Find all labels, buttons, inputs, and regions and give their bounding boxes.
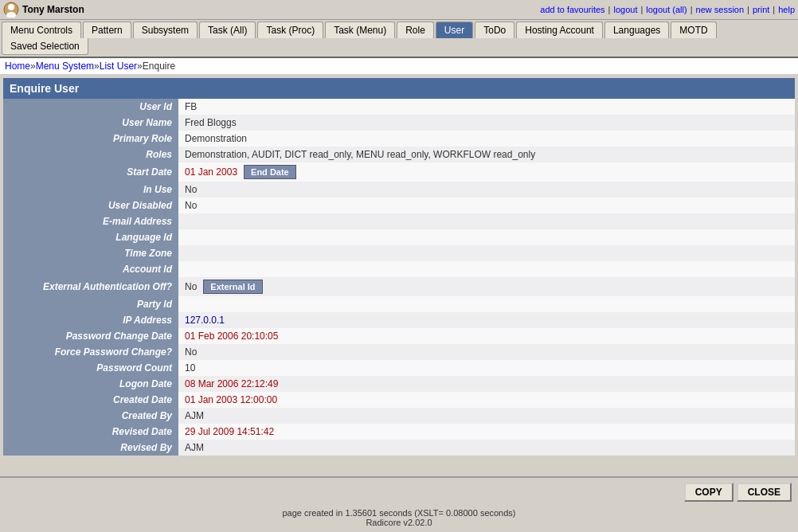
status-bar: page created in 1.35601 seconds (XSLT= 0… — [3, 507, 795, 522]
field-label: Language Id — [3, 229, 178, 245]
field-value — [178, 261, 795, 277]
form-row: Start Date01 Jan 2003End Date — [3, 162, 795, 182]
form-row: Party Id — [3, 296, 795, 312]
breadcrumb-item-2[interactable]: List User — [100, 61, 137, 72]
field-value: 08 Mar 2006 22:12:49 — [178, 376, 795, 392]
top-bar-left: Tony Marston — [3, 2, 84, 18]
field-value: 127.0.0.1 — [178, 312, 795, 328]
tab-role[interactable]: Role — [397, 22, 434, 38]
logout-all-link[interactable]: logout (all) — [646, 5, 687, 14]
form-row: User DisabledNo — [3, 198, 795, 213]
tab-pattern[interactable]: Pattern — [83, 22, 131, 38]
breadcrumb-item-0[interactable]: Home — [5, 61, 30, 72]
field-label: Roles — [3, 147, 178, 162]
field-label: E-mail Address — [3, 213, 178, 229]
logout-link[interactable]: logout — [613, 5, 637, 14]
form-row: External Authentication Off?NoExternal I… — [3, 277, 795, 296]
breadcrumb-item-1[interactable]: Menu System — [36, 61, 94, 72]
form-row: In UseNo — [3, 182, 795, 198]
tab2-saved-selection[interactable]: Saved Selection — [2, 38, 88, 55]
field-label: Password Count — [3, 360, 178, 376]
field-label: Created By — [3, 408, 178, 424]
top-bar-right: add to favourites | logout | logout (all… — [540, 5, 795, 14]
field-value — [178, 213, 795, 229]
svg-point-1 — [8, 4, 14, 10]
top-bar: Tony Marston add to favourites | logout … — [0, 0, 798, 20]
field-label: Created Date — [3, 392, 178, 408]
tab-task-all[interactable]: Task (All) — [199, 22, 256, 38]
field-label: Time Zone — [3, 245, 178, 261]
field-value — [178, 229, 795, 245]
copy-button[interactable]: COPY — [684, 483, 733, 502]
tab-motd[interactable]: MOTD — [671, 22, 716, 38]
help-link[interactable]: help — [778, 5, 795, 14]
field-value: No — [178, 182, 795, 198]
form-row: Revised Date29 Jul 2009 14:51:42 — [3, 424, 795, 440]
form-row: RolesDemonstration, AUDIT, DICT read_onl… — [3, 147, 795, 162]
bottom-bar: COPY CLOSE page created in 1.35601 secon… — [0, 476, 798, 522]
tab-task-proc[interactable]: Task (Proc) — [257, 22, 323, 38]
field-value: Demonstration, AUDIT, DICT read_only, ME… — [178, 147, 795, 162]
field-value: 01 Jan 2003End Date — [178, 162, 795, 182]
field-value: Fred Bloggs — [178, 115, 795, 131]
field-value: No — [178, 198, 795, 213]
field-label: User Name — [3, 115, 178, 131]
field-label: Revised Date — [3, 424, 178, 440]
nav-tabs-row1: Menu ControlsPatternSubsystemTask (All)T… — [0, 20, 798, 38]
field-label: Revised By — [3, 440, 178, 456]
field-label: Account Id — [3, 261, 178, 277]
field-value: 01 Jan 2003 12:00:00 — [178, 392, 795, 408]
form-row: Language Id — [3, 229, 795, 245]
field-value: 10 — [178, 360, 795, 376]
print-link[interactable]: print — [753, 5, 769, 14]
form-row: User NameFred Bloggs — [3, 115, 795, 131]
field-label: User Id — [3, 99, 178, 115]
breadcrumb-current: Enquire — [143, 61, 175, 72]
tab-task-menu[interactable]: Task (Menu) — [325, 22, 395, 38]
tab-languages[interactable]: Languages — [604, 22, 669, 38]
field-label: User Disabled — [3, 198, 178, 213]
tab-hosting-account[interactable]: Hosting Account — [516, 22, 603, 38]
form-table: User IdFBUser NameFred BloggsPrimary Rol… — [3, 99, 795, 456]
tab-user[interactable]: User — [436, 22, 473, 38]
username: Tony Marston — [22, 4, 84, 15]
field-label: In Use — [3, 182, 178, 198]
bottom-buttons: COPY CLOSE — [3, 481, 795, 503]
form-row: Primary RoleDemonstration — [3, 131, 795, 147]
tab-menu-controls[interactable]: Menu Controls — [2, 22, 81, 38]
form-row: Time Zone — [3, 245, 795, 261]
form-row: Account Id — [3, 261, 795, 277]
field-value: FB — [178, 99, 795, 115]
field-label: Password Change Date — [3, 328, 178, 344]
form-row: IP Address127.0.0.1 — [3, 312, 795, 328]
field-label: Logon Date — [3, 376, 178, 392]
form-row: Password Count10 — [3, 360, 795, 376]
user-icon — [3, 2, 19, 18]
form-row: User IdFB — [3, 99, 795, 115]
status-line1: page created in 1.35601 seconds (XSLT= 0… — [5, 508, 793, 518]
section-header: Enquire User — [3, 78, 795, 99]
field-label: IP Address — [3, 312, 178, 328]
form-row: Created Date01 Jan 2003 12:00:00 — [3, 392, 795, 408]
field-value: AJM — [178, 408, 795, 424]
field-value: NoExternal Id — [178, 277, 795, 296]
field-value: 29 Jul 2009 14:51:42 — [178, 424, 795, 440]
field-value — [178, 296, 795, 312]
field-value: AJM — [178, 440, 795, 456]
breadcrumb: Home»Menu System»List User»Enquire — [0, 58, 798, 75]
field-inline-button: External Id — [203, 280, 262, 294]
tab-subsystem[interactable]: Subsystem — [133, 22, 198, 38]
add-to-favourites-link[interactable]: add to favourites — [540, 5, 604, 14]
field-value: No — [178, 344, 795, 360]
form-row: Revised ByAJM — [3, 440, 795, 456]
new-session-link[interactable]: new session — [696, 5, 745, 14]
field-label: Start Date — [3, 162, 178, 182]
field-inline-button: End Date — [244, 165, 296, 179]
field-value — [178, 245, 795, 261]
form-row: E-mail Address — [3, 213, 795, 229]
field-value: 01 Feb 2006 20:10:05 — [178, 328, 795, 344]
field-value: Demonstration — [178, 131, 795, 147]
tab-todo[interactable]: ToDo — [475, 22, 514, 38]
close-button[interactable]: CLOSE — [737, 483, 792, 502]
field-label: Force Password Change? — [3, 344, 178, 360]
